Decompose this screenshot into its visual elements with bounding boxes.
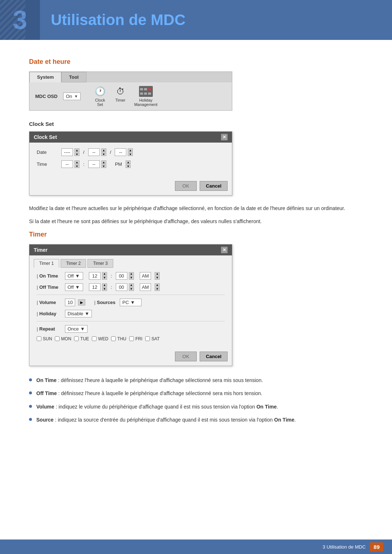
- on-min-arrows: ▲ ▼: [129, 272, 134, 280]
- on-ampm-down[interactable]: ▼: [155, 276, 160, 280]
- repeat-val: Once: [68, 326, 79, 332]
- clock-set-desc1: Modifiez la date et l'heure actuelles su…: [29, 204, 363, 212]
- date-d1-arrows: ▲ ▼: [74, 148, 79, 156]
- date-y1-group: -- ▲ ▼: [115, 148, 133, 156]
- holiday-arrow-icon: ▼: [85, 311, 89, 316]
- thu-checkbox[interactable]: [111, 336, 116, 341]
- clock-set-cancel-button[interactable]: Cancel: [200, 181, 228, 191]
- on-time-dropdown[interactable]: Off ▼: [65, 272, 83, 280]
- off-hour-group: 12 ▲ ▼: [89, 283, 107, 291]
- date-y1-down[interactable]: ▼: [128, 152, 133, 156]
- tab-timer1[interactable]: Timer 1: [34, 259, 59, 268]
- days-row: SUN MON TUE WED: [37, 336, 225, 341]
- day-mon[interactable]: MON: [55, 336, 71, 341]
- date-d1-down[interactable]: ▼: [74, 152, 79, 156]
- timer-cancel-button[interactable]: Cancel: [200, 352, 228, 361]
- tab-system[interactable]: System: [29, 72, 61, 82]
- clock-set-ok-button[interactable]: OK: [175, 181, 197, 191]
- mon-checkbox[interactable]: [55, 336, 60, 341]
- clock-set-sublabel: Clock Set: [29, 121, 363, 127]
- time-row: Time -- ▲ ▼ : -- ▲ ▼: [37, 160, 225, 168]
- off-min-up[interactable]: ▲: [129, 283, 134, 287]
- on-ampm-arrows: ▲ ▼: [155, 272, 160, 280]
- sources-dropdown[interactable]: PC ▼: [120, 299, 142, 306]
- on-hour-up[interactable]: ▲: [102, 272, 107, 276]
- clock-set-close-button[interactable]: ✕: [221, 134, 228, 140]
- day-wed[interactable]: WED: [92, 336, 108, 341]
- time-h-up[interactable]: ▲: [74, 160, 79, 164]
- volume-play-button[interactable]: ▶: [78, 299, 85, 305]
- off-ampm-down[interactable]: ▼: [155, 287, 160, 291]
- day-thu[interactable]: THU: [111, 336, 126, 341]
- date-d1-up[interactable]: ▲: [74, 148, 79, 152]
- timer-dialog-title: Timer: [34, 247, 48, 253]
- time-h-field[interactable]: --: [61, 160, 73, 168]
- holiday-dropdown[interactable]: Disable ▼: [65, 310, 92, 317]
- divider1: [37, 295, 225, 295]
- day-sun[interactable]: SUN: [37, 336, 52, 341]
- on-time-ref1: On Time: [256, 404, 277, 410]
- on-value: On: [66, 94, 72, 99]
- day-fri[interactable]: FRI: [129, 336, 142, 341]
- bullet-dot-2: [29, 391, 32, 394]
- time-m-down[interactable]: ▼: [101, 164, 106, 168]
- off-hour-field[interactable]: 12: [89, 283, 101, 291]
- wed-checkbox[interactable]: [92, 336, 97, 341]
- on-hour-field[interactable]: 12: [89, 272, 101, 280]
- date-d1-field[interactable]: ----: [61, 148, 73, 156]
- time-m-field[interactable]: --: [88, 160, 100, 168]
- tab-timer3[interactable]: Timer 3: [87, 259, 113, 268]
- time-h-group: -- ▲ ▼: [61, 160, 79, 168]
- repeat-dropdown[interactable]: Once ▼: [65, 325, 87, 333]
- on-hour-down[interactable]: ▼: [102, 276, 107, 280]
- on-min-field[interactable]: 00: [116, 272, 127, 280]
- footer-text: 3 Utilisation de MDC: [323, 544, 366, 550]
- date-row: Date ---- ▲ ▼ / -- ▲ ▼: [37, 148, 225, 156]
- sun-checkbox[interactable]: [37, 336, 41, 341]
- timer-icon-item[interactable]: ⏱ Timer: [114, 86, 127, 107]
- tab-timer2[interactable]: Timer 2: [61, 259, 86, 268]
- day-sat[interactable]: SAT: [145, 336, 159, 341]
- time-ampm-arrows: ▲ ▼: [126, 160, 131, 168]
- date-y1-up[interactable]: ▲: [128, 148, 133, 152]
- on-hour-arrows: ▲ ▼: [102, 272, 107, 280]
- off-ampm-up[interactable]: ▲: [155, 283, 160, 287]
- bullet-off-time-text: Off Time : définissez l'heure à laquelle…: [36, 389, 262, 397]
- clock-set-icon-item[interactable]: 🕐 ClockSet: [94, 86, 107, 107]
- date-m1-field[interactable]: --: [88, 148, 100, 156]
- tab-tool[interactable]: Tool: [61, 72, 86, 82]
- off-min-down[interactable]: ▼: [129, 287, 134, 291]
- off-min-field[interactable]: 00: [116, 283, 127, 291]
- on-ampm-up[interactable]: ▲: [155, 272, 160, 276]
- on-dropdown[interactable]: On ▼: [63, 93, 80, 100]
- bullet-volume-text: Volume : indiquez le volume du périphéri…: [36, 403, 278, 411]
- date-y1-field[interactable]: --: [115, 148, 126, 156]
- time-h-down[interactable]: ▼: [74, 164, 79, 168]
- timer-close-button[interactable]: ✕: [221, 247, 228, 253]
- on-min-down[interactable]: ▼: [129, 276, 134, 280]
- off-hour-up[interactable]: ▲: [102, 283, 107, 287]
- day-tue[interactable]: TUE: [74, 336, 89, 341]
- system-tabs: System Tool: [29, 72, 232, 82]
- system-panel: System Tool MDC OSD On ▼ 🕐 ClockSet ⏱ Ti…: [29, 71, 232, 111]
- timer-titlebar: Timer ✕: [29, 245, 232, 255]
- on-min-up[interactable]: ▲: [129, 272, 134, 276]
- time-m-up[interactable]: ▲: [101, 160, 106, 164]
- time-ampm-down[interactable]: ▼: [126, 164, 131, 168]
- bullet-off-time: Off Time : définissez l'heure à laquelle…: [29, 389, 363, 397]
- time-ampm-up[interactable]: ▲: [126, 160, 131, 164]
- on-ampm-field: AM: [140, 272, 151, 280]
- time-sep: :: [82, 161, 85, 167]
- sat-checkbox[interactable]: [145, 336, 150, 341]
- off-time-dropdown[interactable]: Off ▼: [65, 283, 83, 291]
- date-m1-up[interactable]: ▲: [101, 148, 106, 152]
- timer-ok-button[interactable]: OK: [175, 352, 197, 361]
- holiday-icon-item[interactable]: HolidayManagement: [134, 86, 158, 107]
- off-hour-down[interactable]: ▼: [102, 287, 107, 291]
- bullet-volume: Volume : indiquez le volume du périphéri…: [29, 403, 363, 411]
- fri-checkbox[interactable]: [129, 336, 134, 341]
- time-h-arrows: ▲ ▼: [74, 160, 79, 168]
- date-m1-down[interactable]: ▼: [101, 152, 106, 156]
- off-time-term: Off Time: [36, 390, 57, 396]
- tue-checkbox[interactable]: [74, 336, 79, 341]
